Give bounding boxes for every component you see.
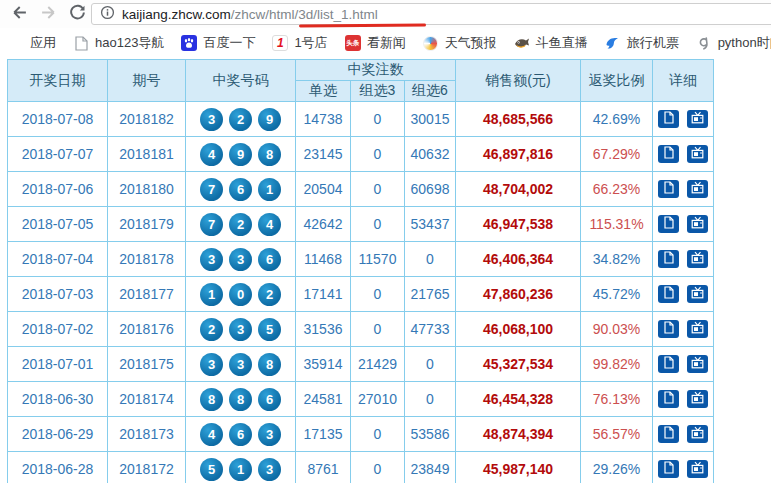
number-ball: 2 [229, 108, 252, 131]
detail-document-button[interactable] [658, 390, 679, 408]
number-ball: 8 [200, 388, 223, 411]
bets-group3: 0 [351, 312, 405, 347]
forward-button[interactable] [38, 4, 58, 24]
sales-amount: 45,987,140 [456, 452, 581, 483]
return-ratio: 90.03% [581, 312, 653, 347]
bets-group3: 0 [351, 172, 405, 207]
detail-document-button[interactable] [658, 110, 679, 128]
return-ratio: 29.26% [581, 452, 653, 483]
detail-document-button[interactable] [658, 320, 679, 338]
detail-video-button[interactable] [687, 390, 708, 408]
detail-video-button[interactable] [687, 145, 708, 163]
winning-numbers: 724 [186, 207, 296, 242]
detail-document-button[interactable] [658, 425, 679, 443]
bookmark-news[interactable]: 头条 看新闻 [345, 34, 406, 52]
detail-document-button[interactable] [658, 215, 679, 233]
detail-video-button[interactable] [687, 425, 708, 443]
return-ratio: 76.13% [581, 382, 653, 417]
detail-document-button[interactable] [658, 285, 679, 303]
winning-numbers: 513 [186, 452, 296, 483]
douyu-fish-icon [514, 35, 530, 51]
detail-document-button[interactable] [658, 250, 679, 268]
bets-single: 14738 [296, 102, 351, 137]
sales-amount: 45,327,534 [456, 347, 581, 382]
draw-date: 2018-07-07 [8, 137, 108, 172]
detail-video-button[interactable] [687, 355, 708, 373]
detail-document-button[interactable] [658, 460, 679, 478]
back-button[interactable] [9, 4, 29, 24]
draw-date: 2018-06-28 [8, 452, 108, 483]
tv-icon [691, 356, 704, 372]
number-ball: 4 [200, 143, 223, 166]
issue-number: 2018182 [108, 102, 186, 137]
bookmark-apps[interactable]: 应用 [8, 34, 56, 52]
bets-single: 17141 [296, 277, 351, 312]
tv-icon [691, 146, 704, 162]
detail-video-button[interactable] [687, 460, 708, 478]
bets-group6: 0 [405, 382, 456, 417]
bets-group6: 23849 [405, 452, 456, 483]
issue-number: 2018175 [108, 347, 186, 382]
detail-video-button[interactable] [687, 110, 708, 128]
document-icon [663, 426, 675, 442]
winning-numbers: 463 [186, 417, 296, 452]
bookmark-baidu[interactable]: 百度一下 [181, 34, 255, 52]
sales-amount: 46,897,816 [456, 137, 581, 172]
col-header-sales: 销售额(元) [456, 60, 581, 102]
detail-video-button[interactable] [687, 285, 708, 303]
number-ball: 8 [229, 388, 252, 411]
number-ball: 4 [200, 423, 223, 446]
detail-document-button[interactable] [658, 180, 679, 198]
number-ball: 0 [229, 283, 252, 306]
sales-amount: 46,947,538 [456, 207, 581, 242]
bookmark-python[interactable]: python时间处理 - [696, 34, 771, 52]
bets-group6: 40632 [405, 137, 456, 172]
table-row: 2018-07-0120181753383591421429045,327,53… [8, 347, 714, 382]
detail-video-button[interactable] [687, 180, 708, 198]
bets-single: 35914 [296, 347, 351, 382]
bets-single: 42642 [296, 207, 351, 242]
document-icon [663, 391, 675, 407]
number-ball: 9 [258, 108, 281, 131]
url-bar[interactable]: kaijiang.zhcw.com/zhcw/html/3d/list_1.ht… [91, 3, 771, 25]
script-glyph-icon [696, 35, 712, 51]
return-ratio: 56.57% [581, 417, 653, 452]
detail-video-button[interactable] [687, 215, 708, 233]
dolphin-icon [605, 35, 621, 51]
number-ball: 1 [200, 283, 223, 306]
bookmark-weather[interactable]: 天气预报 [423, 34, 497, 52]
bookmark-hao123[interactable]: hao123导航 [73, 34, 164, 52]
detail-document-button[interactable] [658, 355, 679, 373]
baidu-paw-icon [181, 35, 197, 51]
bets-group6: 21765 [405, 277, 456, 312]
bookmark-travel[interactable]: 旅行机票 [605, 34, 679, 52]
issue-number: 2018174 [108, 382, 186, 417]
bets-group6: 30015 [405, 102, 456, 137]
detail-video-button[interactable] [687, 250, 708, 268]
col-header-bet-group3: 组选3 [351, 81, 405, 102]
detail-document-button[interactable] [658, 145, 679, 163]
table-row: 2018-07-0720181814982314504063246,897,81… [8, 137, 714, 172]
draw-date: 2018-07-08 [8, 102, 108, 137]
return-ratio: 34.82% [581, 242, 653, 277]
bets-single: 8761 [296, 452, 351, 483]
detail-video-button[interactable] [687, 320, 708, 338]
page-icon [73, 35, 89, 51]
bets-group6: 0 [405, 242, 456, 277]
tv-icon [691, 251, 704, 267]
document-icon [663, 251, 675, 267]
bets-group3: 27010 [351, 382, 405, 417]
document-icon [663, 286, 675, 302]
issue-number: 2018177 [108, 277, 186, 312]
document-icon [663, 321, 675, 337]
detail-actions [653, 277, 714, 312]
info-icon[interactable] [100, 5, 115, 24]
table-row: 2018-07-0220181762353153604773346,068,10… [8, 312, 714, 347]
bookmark-douyu[interactable]: 斗鱼直播 [514, 34, 588, 52]
table-row: 2018-06-2920181734631713505358648,874,39… [8, 417, 714, 452]
refresh-button[interactable] [67, 4, 87, 24]
col-header-issue: 期号 [108, 60, 186, 102]
detail-actions [653, 417, 714, 452]
bookmark-yhd[interactable]: 1 1号店 [272, 34, 327, 52]
issue-number: 2018179 [108, 207, 186, 242]
